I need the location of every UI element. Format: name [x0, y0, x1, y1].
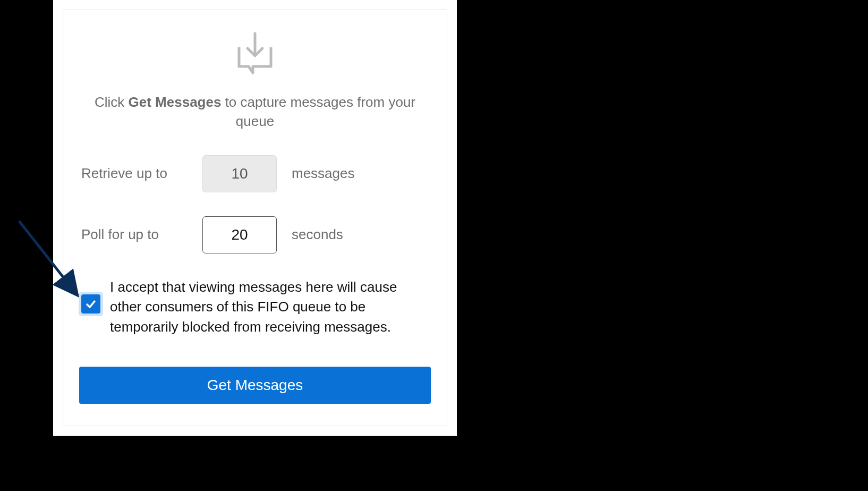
retrieve-count-input	[202, 155, 277, 192]
checkmark-icon	[84, 298, 97, 310]
poll-row: Poll for up to seconds	[79, 216, 431, 253]
retrieve-suffix: messages	[292, 165, 355, 182]
get-messages-panel: Click Get Messages to capture messages f…	[53, 0, 457, 436]
consent-row: I accept that viewing messages here will…	[79, 277, 431, 337]
poll-seconds-input[interactable]	[202, 216, 277, 253]
instruction-bold: Get Messages	[129, 94, 222, 110]
poll-label: Poll for up to	[81, 226, 188, 243]
instruction-text: Click Get Messages to capture messages f…	[79, 92, 431, 131]
download-message-icon	[79, 31, 431, 79]
instruction-prefix: Click	[95, 94, 129, 110]
retrieve-row: Retrieve up to messages	[79, 155, 431, 192]
panel-border: Click Get Messages to capture messages f…	[63, 10, 447, 426]
consent-text: I accept that viewing messages here will…	[110, 277, 429, 337]
instruction-suffix: to capture messages from your queue	[221, 94, 415, 129]
retrieve-label: Retrieve up to	[81, 165, 188, 182]
poll-suffix: seconds	[292, 226, 343, 243]
get-messages-button[interactable]: Get Messages	[79, 367, 431, 404]
consent-checkbox[interactable]	[81, 294, 100, 314]
